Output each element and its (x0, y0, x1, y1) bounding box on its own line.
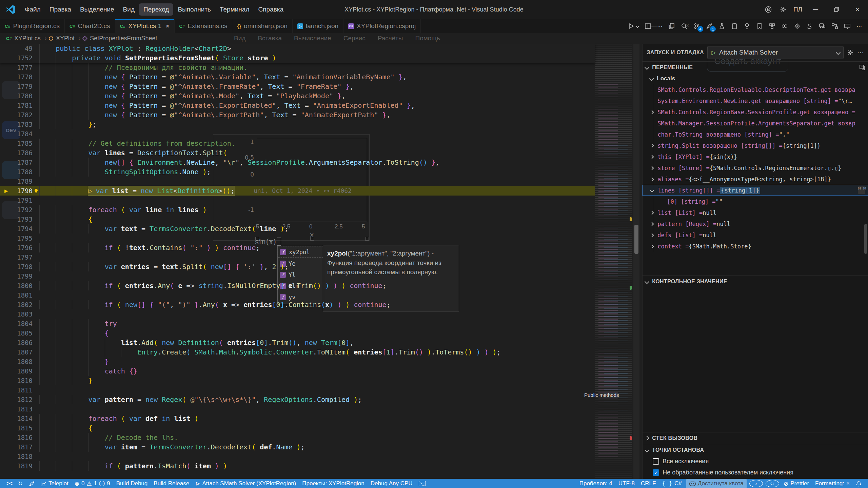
tree-icon[interactable] (744, 23, 750, 29)
variable-row[interactable]: char.ToString возвращено [string] = "," (643, 129, 868, 140)
code-line-1809[interactable]: 1809catch {} (0, 366, 595, 376)
code-line-1808[interactable]: 1808} (0, 357, 595, 366)
prettier-item[interactable]: ⊘ Prettier (781, 479, 812, 488)
code-line-1777[interactable]: 1777// Псевдонимы для свойств анимации. (0, 63, 595, 72)
code-line-1819[interactable]: 1819if ( pattern.IsMatch( item ) ) (0, 461, 595, 471)
panel-layout-icon[interactable] (859, 64, 865, 70)
account-icon[interactable] (761, 0, 776, 19)
code-line-1816[interactable]: 1816// Decode the lhs. (0, 433, 595, 442)
code-line-1813[interactable]: 1813 (0, 404, 595, 414)
breakpoint-checkbox[interactable] (653, 458, 659, 465)
code-line-1784[interactable]: 1784 (0, 129, 595, 139)
code-line-1752[interactable]: 1752private void SetPropertiesFromSheet(… (0, 53, 595, 63)
more-actions-icon[interactable]: ⋯ (657, 23, 663, 29)
problems-item[interactable]: ⊗0 ⚠1 ⓘ9 (72, 479, 113, 488)
debug-config-dropdown[interactable]: ▷ Attach SMath Solver (707, 46, 844, 59)
variables-section-header[interactable]: ПЕРЕМЕННЫЕ (643, 61, 868, 73)
code-line-1797[interactable]: 1797 (0, 252, 595, 262)
code-line-1789[interactable]: 1789 (0, 177, 595, 186)
code-line-1800[interactable]: 1800if ( entries.Any( e => string.IsNull… (0, 281, 595, 290)
screencast-icon[interactable] (844, 23, 851, 29)
menu-item-Справка[interactable]: Справка (254, 3, 288, 16)
menu-item-Терминал[interactable]: Терминал (215, 3, 254, 16)
breadcrumb-method[interactable]: SetPropertiesFromSheet (82, 35, 157, 42)
tab-launch.json[interactable]: ▷launch.json (293, 19, 343, 33)
menu-item-Вид[interactable]: Вид (119, 3, 139, 16)
variable-row[interactable]: lines [string[]] = {string[1]}01 10 (643, 185, 868, 196)
build-release-button[interactable]: Build Release (151, 479, 192, 488)
variable-row[interactable]: SMath.Manager.SessionProfile.ArgumentsSe… (643, 118, 868, 129)
code-line-1818[interactable]: 1818 (0, 452, 595, 461)
tab-omnisharp.json[interactable]: {}omnisharp.json (232, 19, 293, 33)
beaker-icon[interactable] (718, 23, 725, 29)
breakpoint-checkbox[interactable]: ✓ (653, 469, 659, 476)
code-line-1810[interactable]: 1810} (0, 376, 595, 385)
music-note-circle-icon[interactable]: ♪ (749, 480, 763, 487)
code-line-1799[interactable]: 1799 (0, 271, 595, 281)
mask-icon[interactable] (781, 23, 788, 29)
projects-item[interactable]: Проекты: XYPlotRegion (299, 479, 368, 488)
formatting-item[interactable]: Formatting: × (812, 479, 853, 488)
tab-Chart2D.cs[interactable]: C#Chart2D.cs (65, 19, 115, 33)
terminal-icon[interactable]: >_ (416, 479, 429, 488)
minimize-button[interactable]: ─ (805, 0, 826, 19)
code-line-1778[interactable]: 1778new { Pattern = @"^Animate\.Variable… (0, 72, 595, 82)
attach-debugger-item[interactable]: ⊳ Attach SMath Solver (XYPlotRegion) (192, 479, 299, 488)
minimap[interactable] (595, 44, 632, 479)
notebook-icon[interactable] (731, 23, 738, 29)
code-editor[interactable]: DEV er Ne 10 B I U A 1 0.5 0 -1 (0, 44, 642, 479)
code-line-1787[interactable]: 1787new[] { Environment.NewLine, "\r", S… (0, 158, 595, 167)
teleplot-item[interactable]: Teleplot (38, 479, 72, 488)
breakpoints-section-header[interactable]: ТОЧКИ ОСТАНОВА (643, 444, 868, 456)
code-line-1786[interactable]: 1786var lines = DescriptionText.Split( (0, 148, 595, 158)
close-tab-icon[interactable]: × (165, 22, 169, 30)
code-line-1788[interactable]: 1788StringSplitOptions.None ); (0, 167, 595, 177)
variable-row[interactable]: SMath.Controls.RegionEvaluable.Descripti… (643, 84, 868, 95)
breakpoint-row[interactable]: ✓XYPlot.cs2226 (643, 478, 868, 479)
more-extensions-icon[interactable]: ⋯ (856, 23, 862, 29)
comments-icon[interactable] (819, 23, 826, 29)
variable-row[interactable]: string.Split возвращено [string[]] = {st… (643, 140, 868, 151)
sync-icon[interactable]: ↻ (15, 479, 26, 488)
split-editor-icon[interactable] (645, 23, 651, 29)
code-line-1807[interactable]: 1807Entry.Create( SMath.Math.Symbolic.Co… (0, 347, 595, 357)
stylized-s-icon[interactable] (806, 23, 813, 29)
code-line-1793[interactable]: 1793{ (0, 215, 595, 224)
menu-item-Выделение[interactable]: Выделение (76, 3, 119, 16)
code-line-1780[interactable]: 1780new { Pattern = @"^Animate\.Mode", T… (0, 91, 595, 101)
code-line-1814[interactable]: 1814foreach ( var def in list ) (0, 414, 595, 423)
code-line-1796[interactable]: 1796if ( !text.Contains( ":" ) ) continu… (0, 243, 595, 252)
code-line-1811[interactable]: 1811 (0, 385, 595, 395)
variable-row[interactable]: System.Environment.NewLine.get возвращен… (643, 95, 868, 106)
blocks-icon[interactable] (769, 23, 775, 29)
code-lines[interactable]: 1777// Псевдонимы для свойств анимации.1… (0, 63, 595, 471)
tab-PluginRegion.cs[interactable]: C#PluginRegion.cs (0, 19, 65, 33)
quill-icon[interactable]: 1 (706, 23, 713, 29)
menu-item-Файл[interactable]: Файл (20, 3, 45, 16)
tab-XYPlot.cs 1[interactable]: C#XYPlot.cs 1× (115, 19, 175, 33)
eol-item[interactable]: CRLF (638, 479, 659, 488)
code-line-49[interactable]: 49public class XYPlot : RegionHolder<Cha… (0, 44, 595, 53)
search-icon[interactable] (681, 23, 688, 29)
code-line-1790[interactable]: ▶1790▷var list = new List<Definition>();… (0, 186, 595, 196)
code-line-1817[interactable]: 1817var item = TermsConverter.DecodeText… (0, 442, 595, 452)
code-line-1805[interactable]: 1805{ (0, 328, 595, 338)
code-line-1806[interactable]: 1806list.Add( new Definition( entries[0]… (0, 338, 595, 347)
breakpoint-row[interactable]: ✓Не обработанные пользователем исключени… (643, 467, 868, 478)
breadcrumb-file[interactable]: C# XYPlot.cs (6, 35, 41, 42)
keyboard-layout-indicator[interactable]: ПЛ (791, 6, 805, 13)
variable-row[interactable]: this [XYPlot] = {sin(x)} (643, 151, 868, 162)
restore-button[interactable] (826, 0, 847, 19)
breadcrumb-class[interactable]: XYPlot (48, 35, 75, 42)
debug-settings-gear-icon[interactable] (847, 49, 854, 56)
variable-row[interactable]: store [Store] = {SMath.Controls.RegionsE… (643, 162, 868, 174)
code-line-1812[interactable]: 1812var pattern = new Regex( @"\{\s*\w+\… (0, 395, 595, 404)
variable-row[interactable]: aliases = {<>f__AnonymousType0<string, s… (643, 174, 868, 185)
build-debug-button[interactable]: Build Debug (113, 479, 151, 488)
remote-indicator-icon[interactable]: >< (3, 479, 15, 488)
code-line-1803[interactable]: 1803 (0, 309, 595, 319)
code-line-1802[interactable]: 1802if ( new[] { "(", ")" }.Any( x => en… (0, 300, 595, 309)
panel-scrollbar[interactable] (864, 224, 867, 254)
pages-icon[interactable] (668, 23, 675, 29)
code-line-1785[interactable]: 1785// Get definitions from description. (0, 139, 595, 148)
